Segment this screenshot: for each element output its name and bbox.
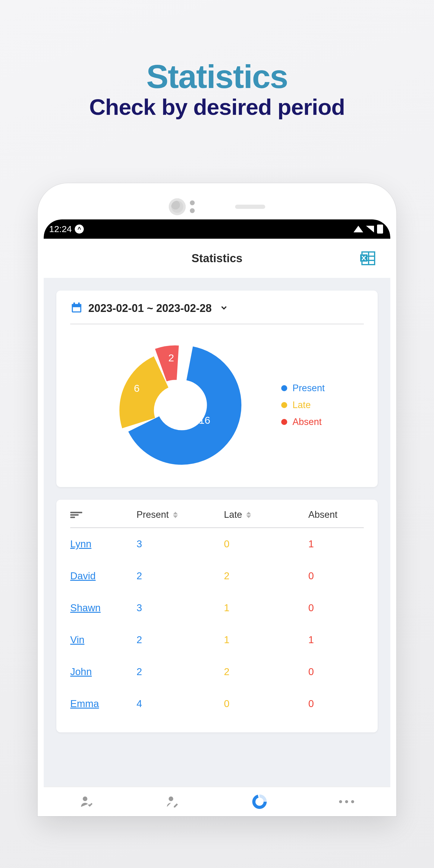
person-link[interactable]: Lynn bbox=[70, 538, 91, 550]
person-link[interactable]: Emma bbox=[70, 698, 99, 709]
signal-icon bbox=[366, 226, 374, 232]
date-range-picker[interactable]: 2023-02-01 ~ 2023-02-28 bbox=[70, 301, 364, 324]
sort-icon[interactable] bbox=[70, 511, 82, 519]
legend-label: Absent bbox=[293, 416, 322, 427]
calendar-icon bbox=[70, 301, 83, 315]
svg-point-13 bbox=[83, 797, 87, 801]
column-label: Late bbox=[224, 509, 242, 520]
speaker-icon bbox=[235, 205, 265, 209]
absent-value: 0 bbox=[308, 602, 364, 614]
legend-label: Present bbox=[293, 383, 325, 394]
absent-value: 1 bbox=[308, 634, 364, 646]
dot-icon bbox=[281, 385, 287, 391]
wifi-icon bbox=[353, 226, 363, 232]
present-value: 3 bbox=[136, 538, 224, 550]
status-bar: 12:24 ^ bbox=[44, 219, 390, 239]
content-area: 2023-02-01 ~ 2023-02-28 bbox=[44, 278, 390, 790]
late-value: 1 bbox=[224, 602, 308, 614]
phone-notch bbox=[44, 198, 390, 215]
chart-value-late: 6 bbox=[134, 382, 140, 394]
svg-point-14 bbox=[169, 797, 173, 801]
present-value: 4 bbox=[136, 698, 224, 710]
legend-item-absent: Absent bbox=[281, 416, 325, 427]
more-icon bbox=[339, 800, 354, 803]
phone-frame: 12:24 ^ Statistics bbox=[38, 183, 396, 816]
donut-chart-icon bbox=[252, 794, 267, 809]
chart-value-absent: 2 bbox=[168, 352, 174, 364]
sort-caret-icon bbox=[246, 512, 251, 518]
svg-rect-8 bbox=[78, 303, 80, 305]
person-link[interactable]: Shawn bbox=[70, 602, 101, 613]
table-row: Lynn301 bbox=[70, 528, 364, 560]
late-value: 0 bbox=[224, 698, 308, 710]
nav-edit[interactable] bbox=[166, 795, 180, 809]
screen: 12:24 ^ Statistics bbox=[44, 219, 390, 790]
battery-icon bbox=[377, 224, 383, 234]
table-header: Present Late Absent bbox=[70, 509, 364, 528]
promo-subtitle: Check by desired period bbox=[0, 94, 434, 120]
chevron-down-icon bbox=[219, 303, 228, 313]
late-value: 0 bbox=[224, 538, 308, 550]
dot-icon bbox=[281, 402, 287, 408]
column-present[interactable]: Present bbox=[136, 509, 224, 520]
table-row: David220 bbox=[70, 560, 364, 592]
donut-chart: 16 6 2 Present Late bbox=[70, 333, 364, 474]
svg-rect-7 bbox=[73, 303, 75, 305]
export-excel-button[interactable] bbox=[360, 251, 376, 266]
nav-statistics[interactable] bbox=[252, 794, 267, 809]
legend-item-late: Late bbox=[281, 400, 325, 410]
column-label: Present bbox=[136, 509, 169, 520]
chart-legend: Present Late Absent bbox=[281, 383, 325, 427]
absent-value: 0 bbox=[308, 570, 364, 582]
svg-point-12 bbox=[133, 363, 218, 447]
late-value: 2 bbox=[224, 570, 308, 582]
absent-value: 0 bbox=[308, 698, 364, 710]
column-late[interactable]: Late bbox=[224, 509, 308, 520]
late-value: 2 bbox=[224, 666, 308, 678]
excel-icon bbox=[360, 251, 376, 266]
present-value: 2 bbox=[136, 570, 224, 582]
promo-title: Statistics bbox=[0, 57, 434, 96]
person-edit-icon bbox=[166, 795, 180, 809]
sort-caret-icon bbox=[173, 512, 178, 518]
svg-rect-9 bbox=[73, 307, 81, 311]
person-link[interactable]: John bbox=[70, 666, 92, 677]
legend-label: Late bbox=[293, 400, 311, 410]
table-body: Lynn301David220Shawn310Vin211John220Emma… bbox=[70, 528, 364, 720]
camera-icon bbox=[169, 198, 186, 215]
column-absent: Absent bbox=[308, 509, 364, 520]
table-row: John220 bbox=[70, 656, 364, 688]
absent-value: 1 bbox=[308, 538, 364, 550]
nav-attendance[interactable] bbox=[80, 795, 94, 809]
person-check-icon bbox=[80, 795, 94, 809]
legend-item-present: Present bbox=[281, 383, 325, 394]
nav-more[interactable] bbox=[339, 800, 354, 803]
table-row: Vin211 bbox=[70, 624, 364, 656]
svg-rect-6 bbox=[72, 304, 82, 307]
table-card: Present Late Absent Lynn301David220Shawn… bbox=[56, 500, 378, 733]
present-value: 3 bbox=[136, 602, 224, 614]
table-row: Shawn310 bbox=[70, 592, 364, 624]
dot-icon bbox=[281, 419, 287, 425]
bottom-nav bbox=[44, 786, 390, 816]
present-value: 2 bbox=[136, 634, 224, 646]
table-row: Emma400 bbox=[70, 688, 364, 720]
late-value: 1 bbox=[224, 634, 308, 646]
app-badge-icon: ^ bbox=[75, 224, 84, 234]
app-header: Statistics bbox=[44, 239, 390, 278]
sensor-icon bbox=[190, 200, 195, 213]
person-link[interactable]: Vin bbox=[70, 634, 84, 645]
page-title: Statistics bbox=[192, 252, 243, 265]
status-time: 12:24 bbox=[49, 224, 72, 234]
chart-card: 2023-02-01 ~ 2023-02-28 bbox=[56, 290, 378, 487]
person-link[interactable]: David bbox=[70, 570, 96, 581]
column-label: Absent bbox=[308, 509, 338, 520]
date-range-text: 2023-02-01 ~ 2023-02-28 bbox=[88, 302, 212, 315]
present-value: 2 bbox=[136, 666, 224, 678]
chart-value-present: 16 bbox=[199, 414, 210, 426]
absent-value: 0 bbox=[308, 666, 364, 678]
